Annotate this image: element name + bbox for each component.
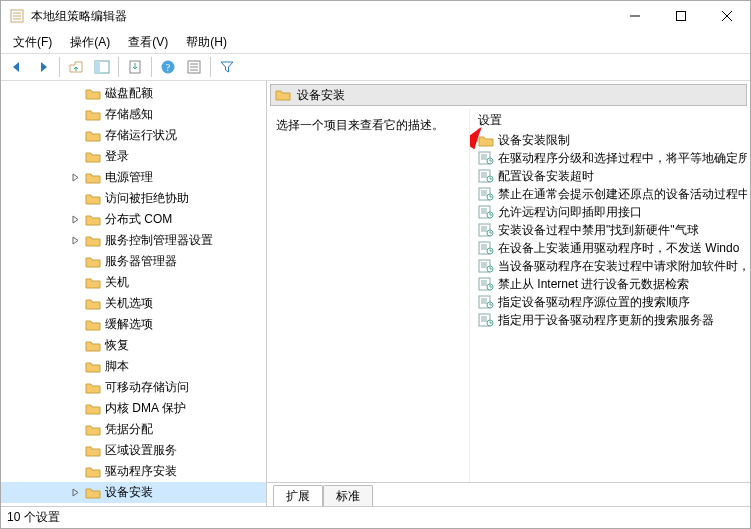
folder-icon [85, 359, 101, 375]
tree-item-label: 磁盘配额 [105, 85, 153, 102]
menu-view[interactable]: 查看(V) [120, 32, 176, 53]
menu-help[interactable]: 帮助(H) [178, 32, 235, 53]
help-button[interactable]: ? [156, 55, 180, 79]
tree-item-label: 可移动存储访问 [105, 379, 189, 396]
details-header: 设备安装 [270, 84, 747, 106]
expand-spacer [69, 382, 81, 394]
tree-item[interactable]: 磁盘配额 [1, 83, 266, 104]
tree-item-label: 服务控制管理器设置 [105, 232, 213, 249]
tree-item[interactable]: 区域设置服务 [1, 440, 266, 461]
filter-button[interactable] [215, 55, 239, 79]
tree-item[interactable]: 服务器管理器 [1, 251, 266, 272]
expand-spacer [69, 361, 81, 373]
list-item-label: 在驱动程序分级和选择过程中，将平等地确定所 [498, 150, 747, 167]
window-title: 本地组策略编辑器 [31, 8, 127, 25]
policy-icon [478, 295, 494, 309]
properties-button[interactable] [182, 55, 206, 79]
expand-icon[interactable] [69, 487, 81, 499]
expand-spacer [69, 424, 81, 436]
tree-item[interactable]: 可移动存储访问 [1, 377, 266, 398]
tree-item[interactable]: 缓解选项 [1, 314, 266, 335]
window-titlebar: 本地组策略编辑器 [1, 1, 750, 31]
maximize-button[interactable] [658, 1, 704, 31]
folder-icon [85, 464, 101, 480]
expand-spacer [69, 445, 81, 457]
expand-spacer [69, 277, 81, 289]
export-button[interactable] [123, 55, 147, 79]
folder-icon [85, 86, 101, 102]
folder-icon [478, 133, 494, 147]
tab-extended[interactable]: 扩展 [273, 485, 323, 506]
folder-icon [85, 191, 101, 207]
expand-icon[interactable] [69, 172, 81, 184]
svg-rect-5 [677, 12, 686, 21]
tree-item[interactable]: 设备安装 [1, 482, 266, 503]
tree-item[interactable]: 分布式 COM [1, 209, 266, 230]
tree-item[interactable]: 存储运行状况 [1, 125, 266, 146]
list-policy-item[interactable]: 禁止从 Internet 进行设备元数据检索 [474, 275, 743, 293]
show-hide-tree-button[interactable] [90, 55, 114, 79]
expand-icon[interactable] [69, 235, 81, 247]
list-header[interactable]: 设置 [470, 109, 747, 131]
description-panel: 选择一个项目来查看它的描述。 [270, 109, 470, 482]
tree-item[interactable]: 内核 DMA 保护 [1, 398, 266, 419]
list-item-label: 在设备上安装通用驱动程序时，不发送 Windo [498, 240, 739, 257]
list-policy-item[interactable]: 在设备上安装通用驱动程序时，不发送 Windo [474, 239, 743, 257]
folder-icon [85, 212, 101, 228]
main-area: 磁盘配额存储感知存储运行状况登录电源管理访问被拒绝协助分布式 COM服务控制管理… [1, 81, 750, 506]
expand-spacer [69, 466, 81, 478]
tree-pane[interactable]: 磁盘配额存储感知存储运行状况登录电源管理访问被拒绝协助分布式 COM服务控制管理… [1, 81, 267, 506]
tree-item[interactable]: 访问被拒绝协助 [1, 188, 266, 209]
folder-icon [85, 149, 101, 165]
list-items: 设备安装限制在驱动程序分级和选择过程中，将平等地确定所配置设备安装超时禁止在通常… [470, 131, 747, 329]
tree-item-label: 访问被拒绝协助 [105, 190, 189, 207]
expand-spacer [69, 319, 81, 331]
list-folder-item[interactable]: 设备安装限制 [474, 131, 743, 149]
close-button[interactable] [704, 1, 750, 31]
tree-item[interactable]: 存储感知 [1, 104, 266, 125]
list-item-label: 禁止在通常会提示创建还原点的设备活动过程中 [498, 186, 747, 203]
minimize-button[interactable] [612, 1, 658, 31]
folder-icon [85, 275, 101, 291]
tree-item[interactable]: 服务控制管理器设置 [1, 230, 266, 251]
forward-button[interactable] [31, 55, 55, 79]
policy-icon [478, 313, 494, 327]
menu-file[interactable]: 文件(F) [5, 32, 60, 53]
list-policy-item[interactable]: 安装设备过程中禁用"找到新硬件"气球 [474, 221, 743, 239]
tree-item[interactable]: 电源管理 [1, 167, 266, 188]
list-item-label: 当设备驱动程序在安装过程中请求附加软件时， [498, 258, 747, 275]
list-policy-item[interactable]: 允许远程访问即插即用接口 [474, 203, 743, 221]
tree-item[interactable]: 关机 [1, 272, 266, 293]
list-policy-item[interactable]: 指定设备驱动程序源位置的搜索顺序 [474, 293, 743, 311]
back-button[interactable] [5, 55, 29, 79]
up-button[interactable] [64, 55, 88, 79]
tree-item[interactable]: 登录 [1, 146, 266, 167]
tree-item[interactable]: 驱动程序安装 [1, 461, 266, 482]
tab-standard[interactable]: 标准 [323, 485, 373, 506]
menu-action[interactable]: 操作(A) [62, 32, 118, 53]
expand-spacer [69, 151, 81, 163]
list-policy-item[interactable]: 指定用于设备驱动程序更新的搜索服务器 [474, 311, 743, 329]
tree-item[interactable]: 恢复 [1, 335, 266, 356]
folder-icon [85, 401, 101, 417]
tree-item[interactable]: 脚本 [1, 356, 266, 377]
tree-item-label: 登录 [105, 148, 129, 165]
list-item-label: 指定设备驱动程序源位置的搜索顺序 [498, 294, 690, 311]
tree-item-label: 关机 [105, 274, 129, 291]
list-policy-item[interactable]: 配置设备安装超时 [474, 167, 743, 185]
folder-icon [275, 87, 291, 103]
tree-item-label: 驱动程序安装 [105, 463, 177, 480]
statusbar-rest [267, 506, 750, 528]
tree-item[interactable]: 关机选项 [1, 293, 266, 314]
list-policy-item[interactable]: 当设备驱动程序在安装过程中请求附加软件时， [474, 257, 743, 275]
folder-icon [85, 317, 101, 333]
expand-spacer [69, 193, 81, 205]
list-policy-item[interactable]: 在驱动程序分级和选择过程中，将平等地确定所 [474, 149, 743, 167]
tree-item-label: 存储感知 [105, 106, 153, 123]
expand-icon[interactable] [69, 214, 81, 226]
expand-spacer [69, 403, 81, 415]
list-policy-item[interactable]: 禁止在通常会提示创建还原点的设备活动过程中 [474, 185, 743, 203]
tree-item[interactable]: 凭据分配 [1, 419, 266, 440]
policy-icon [478, 205, 494, 219]
tree-item-label: 服务器管理器 [105, 253, 177, 270]
